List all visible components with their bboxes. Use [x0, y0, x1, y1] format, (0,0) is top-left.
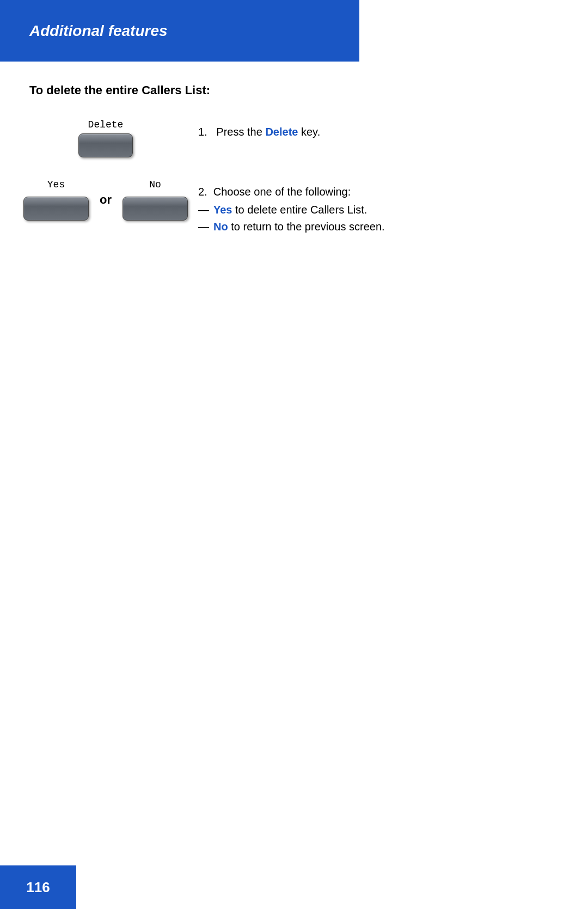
- step-2-instruction: 2. Choose one of the following: — Yes to…: [198, 179, 559, 233]
- step-1-text-prefix: Press the: [216, 126, 265, 138]
- bullet-no: — No to return to the previous screen.: [198, 221, 559, 233]
- no-highlight: No: [213, 221, 228, 233]
- bullet-yes-text: Yes to delete entire Callers List.: [213, 204, 367, 216]
- page-footer: 116: [0, 865, 76, 909]
- steps-container: Delete 1. Press the Delete key. Yes or N: [29, 119, 559, 233]
- header-title: Additional features: [29, 22, 168, 40]
- bullet-list: — Yes to delete entire Callers List. — N…: [198, 204, 559, 233]
- em-dash-1: —: [198, 204, 209, 216]
- bullet-yes: — Yes to delete entire Callers List.: [198, 204, 559, 216]
- no-key-button[interactable]: [122, 197, 188, 221]
- delete-key-label: Delete: [88, 119, 124, 130]
- step-1-key-area: Delete: [29, 119, 182, 157]
- step-1-highlight: Delete: [265, 126, 298, 138]
- section-title: To delete the entire Callers List:: [29, 83, 559, 97]
- step-1-instruction: 1. Press the Delete key.: [198, 119, 559, 138]
- step-1-text-suffix: key.: [298, 126, 320, 138]
- yes-highlight: Yes: [213, 204, 232, 216]
- step-1-row: Delete 1. Press the Delete key.: [29, 119, 559, 157]
- step-2-number: 2.: [198, 186, 213, 198]
- yes-or-no-row: Yes or No: [23, 179, 188, 221]
- yes-key-label: Yes: [47, 179, 65, 190]
- no-key-group: No: [122, 179, 188, 221]
- yes-key-button[interactable]: [23, 197, 89, 221]
- delete-key-button[interactable]: [78, 133, 133, 157]
- or-text: or: [100, 193, 112, 207]
- main-content: To delete the entire Callers List: Delet…: [0, 62, 588, 255]
- step-2-key-area: Yes or No: [29, 179, 182, 224]
- header-bar: Additional features: [0, 0, 359, 62]
- em-dash-2: —: [198, 221, 209, 233]
- bullet-no-text: No to return to the previous screen.: [213, 221, 385, 233]
- step-1-number: 1.: [198, 126, 213, 138]
- step-2-row: Yes or No 2. Choose one of the following…: [29, 179, 559, 233]
- page-number: 116: [26, 879, 50, 896]
- yes-key-group: Yes: [23, 179, 89, 221]
- step-2-intro: 2. Choose one of the following:: [198, 186, 559, 198]
- no-key-label: No: [149, 179, 161, 190]
